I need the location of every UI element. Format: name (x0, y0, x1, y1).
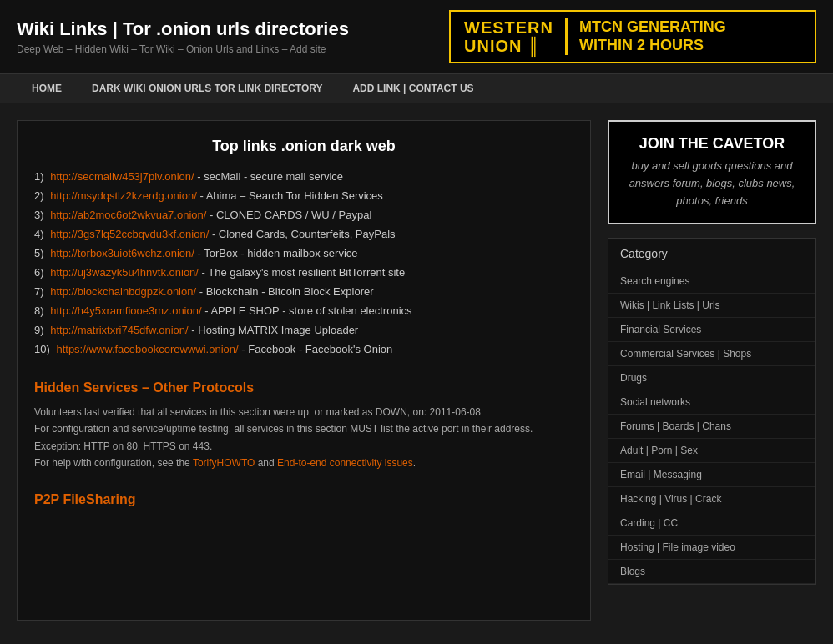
nav-home[interactable]: HOME (17, 74, 77, 103)
link-desc: - CLONED CARDS / WU / Paypal (210, 209, 371, 221)
category-link[interactable]: Wikis | Link Lists | Urls (608, 294, 815, 318)
onion-link[interactable]: http://uj3wazyk5u4hnvtk.onion/ (50, 266, 199, 279)
p2p-title: P2P FileSharing (34, 492, 573, 507)
category-item: Commercial Services | Shops (608, 342, 815, 366)
category-item: Social networks (608, 390, 815, 415)
category-link[interactable]: Hacking | Virus | Crack (608, 487, 815, 511)
category-link[interactable]: Hosting | File image video (608, 536, 815, 560)
hidden-services-section: Hidden Services – Other Protocols Volunt… (34, 380, 573, 472)
onion-link[interactable]: http://3gs7lq52ccbqvdu3kf.onion/ (50, 228, 209, 240)
hidden-services-title: Hidden Services – Other Protocols (34, 380, 573, 395)
category-link[interactable]: Forums | Boards | Chans (608, 415, 815, 439)
onion-link[interactable]: http://torbox3uiot6wchz.onion/ (50, 247, 194, 259)
onion-link-list: 1) http://secmailw453j7piv.onion/ - secM… (34, 170, 573, 355)
torify-howto-link[interactable]: TorifyHOWTO (193, 457, 255, 469)
link-list-item: 1) http://secmailw453j7piv.onion/ - secM… (34, 170, 573, 183)
link-num: 9) (34, 324, 44, 336)
site-title: Wiki Links | Tor .onion urls directories (17, 18, 349, 40)
link-desc: - Ahima – Search Tor Hidden Services (199, 189, 382, 202)
link-num: 2) (34, 189, 44, 202)
link-list-item: 5) http://torbox3uiot6wchz.onion/ - TorB… (34, 247, 573, 259)
main-layout: Top links .onion dark web 1) http://secm… (0, 103, 833, 637)
link-list-item: 8) http://h4y5xramfiooe3mz.onion/ - APPL… (34, 304, 573, 317)
header: Wiki Links | Tor .onion urls directories… (0, 0, 833, 73)
navigation: HOME DARK WIKI ONION URLS TOR LINK DIREC… (0, 73, 833, 103)
link-list-item: 3) http://ab2moc6ot2wkvua7.onion/ - CLON… (34, 209, 573, 221)
onion-link[interactable]: https://www.facebookcorewwwi.onion/ (56, 343, 238, 355)
link-list-item: 2) http://msydqstlz2kzerdg.onion/ - Ahim… (34, 189, 573, 202)
onion-link[interactable]: http://matrixtxri745dfw.onion/ (50, 324, 188, 336)
p2p-section: P2P FileSharing (34, 492, 573, 507)
category-item: Search engines (608, 269, 815, 294)
cavetor-title: JOIN THE CAVETOR (623, 135, 801, 153)
site-subtitle: Deep Web – Hidden Wiki – Tor Wiki – Onio… (17, 43, 349, 55)
header-left: Wiki Links | Tor .onion urls directories… (17, 18, 349, 55)
cavetor-box: JOIN THE CAVETOR buy and sell goods ques… (608, 120, 816, 224)
nav-add-link[interactable]: ADD LINK | CONTACT US (337, 74, 488, 103)
category-link[interactable]: Email | Messaging (608, 463, 815, 487)
link-list-item: 10) https://www.facebookcorewwwi.onion/ … (34, 343, 573, 355)
link-num: 1) (34, 170, 44, 183)
link-desc: - Hosting MATRIX Image Uploader (191, 324, 358, 336)
onion-link[interactable]: http://secmailw453j7piv.onion/ (50, 170, 194, 183)
link-num: 8) (34, 304, 44, 317)
banner-wu-text: WESTERNUNION ║ (464, 18, 568, 55)
banner-mtcn-text: MTCN GENERATINGWITHIN 2 HOURS (579, 18, 726, 54)
sidebar: JOIN THE CAVETOR buy and sell goods ques… (608, 120, 816, 621)
hidden-services-para3-mid: and (255, 457, 277, 469)
category-link[interactable]: Blogs (608, 560, 815, 584)
link-num: 10) (34, 343, 50, 355)
onion-link[interactable]: http://h4y5xramfiooe3mz.onion/ (50, 304, 201, 317)
onion-link[interactable]: http://ab2moc6ot2wkvua7.onion/ (50, 209, 206, 221)
main-title: Top links .onion dark web (34, 138, 573, 155)
category-item: Drugs (608, 366, 815, 390)
category-link[interactable]: Adult | Porn | Sex (608, 439, 815, 463)
nav-directory[interactable]: DARK WIKI ONION URLS TOR LINK DIRECTORY (77, 74, 337, 103)
link-num: 4) (34, 228, 44, 240)
category-link[interactable]: Financial Services (608, 318, 815, 342)
cavetor-desc: buy and sell goods questions and answers… (623, 158, 801, 209)
category-title: Category (608, 239, 815, 269)
hidden-services-para3: For help with configuration, see the Tor… (34, 455, 573, 471)
link-desc: - Cloned Cards, Counterfeits, PayPals (212, 228, 396, 240)
link-list-item: 7) http://blockchainbdgpzk.onion/ - Bloc… (34, 285, 573, 298)
connectivity-link[interactable]: End-to-end connectivity issues (277, 457, 413, 469)
link-desc: - The galaxy's most resilient BitTorrent… (202, 266, 406, 279)
link-desc: - APPLE SHOP - store of stolen electroni… (204, 304, 411, 317)
link-list-item: 4) http://3gs7lq52ccbqvdu3kf.onion/ - Cl… (34, 228, 573, 240)
link-num: 6) (34, 266, 44, 279)
category-item: Forums | Boards | Chans (608, 415, 815, 439)
link-list-item: 6) http://uj3wazyk5u4hnvtk.onion/ - The … (34, 266, 573, 279)
category-item: Wikis | Link Lists | Urls (608, 294, 815, 318)
onion-link[interactable]: http://blockchainbdgpzk.onion/ (50, 285, 196, 298)
hidden-services-para3-prefix: For help with configuration, see the (34, 457, 193, 469)
category-link[interactable]: Social networks (608, 390, 815, 415)
link-desc: - Facebook - Facebook's Onion (241, 343, 392, 355)
category-link[interactable]: Drugs (608, 366, 815, 390)
category-link[interactable]: Commercial Services | Shops (608, 342, 815, 366)
hidden-services-para2: For configuration and service/uptime tes… (34, 420, 573, 455)
category-item: Hosting | File image video (608, 536, 815, 560)
link-num: 7) (34, 285, 44, 298)
category-item: Carding | CC (608, 511, 815, 536)
category-item: Blogs (608, 560, 815, 584)
category-item: Adult | Porn | Sex (608, 439, 815, 463)
header-banner[interactable]: WESTERNUNION ║ MTCN GENERATINGWITHIN 2 H… (449, 10, 816, 63)
link-desc: - TorBox - hidden mailbox service (198, 247, 358, 259)
link-num: 5) (34, 247, 44, 259)
category-item: Financial Services (608, 318, 815, 342)
category-list: Search enginesWikis | Link Lists | UrlsF… (608, 269, 815, 584)
hidden-services-para3-suffix: . (413, 457, 416, 469)
link-desc: - secMail - secure mail service (197, 170, 343, 183)
category-link[interactable]: Search engines (608, 269, 815, 294)
category-item: Email | Messaging (608, 463, 815, 487)
hidden-services-para1: Volunteers last verified that all servic… (34, 404, 573, 420)
link-list-item: 9) http://matrixtxri745dfw.onion/ - Host… (34, 324, 573, 336)
category-link[interactable]: Carding | CC (608, 511, 815, 536)
onion-link[interactable]: http://msydqstlz2kzerdg.onion/ (50, 189, 197, 202)
category-item: Hacking | Virus | Crack (608, 487, 815, 511)
category-box: Category Search enginesWikis | Link List… (608, 238, 816, 585)
link-desc: - Blockchain - Bitcoin Block Explorer (199, 285, 374, 298)
main-content: Top links .onion dark web 1) http://secm… (17, 120, 591, 621)
link-num: 3) (34, 209, 44, 221)
